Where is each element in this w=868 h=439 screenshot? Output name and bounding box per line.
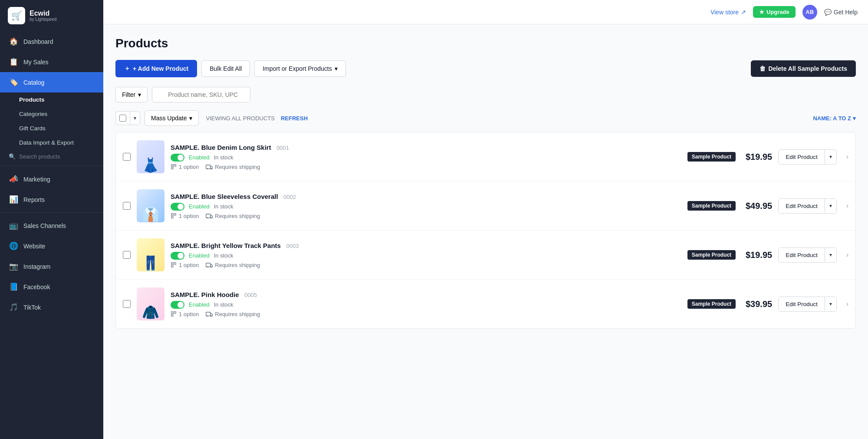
main-panel: View store ↗ ★ Upgrade AB 💬 Get Help Pro… xyxy=(103,0,868,439)
edit-button-group-2: Edit Product ▾ xyxy=(778,248,837,263)
checkbox-dropdown[interactable]: ▾ xyxy=(130,112,140,125)
upgrade-button[interactable]: ★ Upgrade xyxy=(753,6,796,18)
product-shipping-3: Requires shipping xyxy=(206,311,260,317)
sidebar-item-instagram[interactable]: 📷 Instagram xyxy=(0,256,103,277)
edit-product-button-2[interactable]: Edit Product xyxy=(779,248,825,262)
enabled-toggle-1[interactable] xyxy=(171,203,184,211)
svg-rect-9 xyxy=(206,214,210,218)
sidebar-item-sales-channels[interactable]: 📺 Sales Channels xyxy=(0,215,103,236)
table-row[interactable]: 🧥 SAMPLE. Pink Hoodie 0005 Enabled In st… xyxy=(116,280,855,328)
product-status-row-3: Enabled In stock xyxy=(171,301,681,309)
svg-rect-6 xyxy=(171,214,173,215)
bulk-edit-label: Bulk Edit All xyxy=(210,65,242,72)
sidebar-item-reports[interactable]: 📊 Reports xyxy=(0,189,103,210)
sidebar-item-label: Dashboard xyxy=(23,38,53,45)
edit-button-group-0: Edit Product ▾ xyxy=(778,149,837,165)
view-store-link[interactable]: View store ↗ xyxy=(710,9,746,16)
sidebar-sub-products[interactable]: Products xyxy=(0,92,103,107)
enabled-toggle-0[interactable] xyxy=(171,154,184,162)
table-row[interactable]: 👖 SAMPLE. Bright Yellow Track Pants 0003… xyxy=(116,231,855,280)
sidebar-item-label: TikTok xyxy=(23,304,41,311)
bulk-edit-all-button[interactable]: Bulk Edit All xyxy=(201,60,250,77)
avatar[interactable]: AB xyxy=(802,5,817,20)
table-row[interactable]: 👔 SAMPLE. Blue Sleeveless Coverall 0002 … xyxy=(116,182,855,231)
sidebar-sub-categories[interactable]: Categories xyxy=(0,107,103,121)
edit-product-button-1[interactable]: Edit Product xyxy=(779,199,825,213)
edit-product-dropdown-3[interactable]: ▾ xyxy=(825,297,836,311)
product-info-2: SAMPLE. Bright Yellow Track Pants 0003 E… xyxy=(171,242,681,268)
svg-rect-15 xyxy=(206,263,210,267)
mass-update-button[interactable]: Mass Update ▾ xyxy=(145,110,199,126)
edit-product-dropdown-0[interactable]: ▾ xyxy=(825,150,836,164)
product-checkbox-2[interactable] xyxy=(123,251,131,259)
sort-button[interactable]: NAME: A TO Z ▾ xyxy=(813,115,856,122)
delete-sample-products-button[interactable]: 🗑 Delete All Sample Products xyxy=(751,60,856,77)
edit-product-dropdown-2[interactable]: ▾ xyxy=(825,248,836,262)
sidebar-item-website[interactable]: 🌐 Website xyxy=(0,236,103,256)
search-icon: 🔍 xyxy=(9,153,16,160)
svg-rect-2 xyxy=(171,167,173,169)
product-status-row-1: Enabled In stock xyxy=(171,203,681,211)
filter-button[interactable]: Filter ▾ xyxy=(115,87,148,102)
product-checkbox-1[interactable] xyxy=(123,202,131,210)
sidebar-sub-data-import[interactable]: Data Import & Export xyxy=(0,135,103,150)
chat-icon: 💬 xyxy=(824,9,832,16)
page-title: Products xyxy=(115,36,856,50)
filter-chevron-icon: ▾ xyxy=(138,91,141,98)
sidebar-item-label: Instagram xyxy=(23,263,50,270)
refresh-link[interactable]: REFRESH xyxy=(281,115,308,122)
product-stock-0: In stock xyxy=(214,154,233,161)
svg-rect-1 xyxy=(174,165,176,166)
product-meta-0: 1 option Requires shipping xyxy=(171,164,681,170)
sidebar-item-dashboard[interactable]: 🏠 Dashboard xyxy=(0,31,103,52)
sort-chevron-icon: ▾ xyxy=(853,115,856,122)
svg-rect-8 xyxy=(171,216,173,218)
product-stock-3: In stock xyxy=(214,301,233,308)
edit-product-button-0[interactable]: Edit Product xyxy=(779,150,825,164)
table-row[interactable]: 👗 SAMPLE. Blue Denim Long Skirt 0001 Ena… xyxy=(116,132,855,182)
sidebar-item-catalog[interactable]: 🏷️ Catalog xyxy=(0,72,103,92)
get-help-button[interactable]: 💬 Get Help xyxy=(824,9,858,16)
product-checkbox-0[interactable] xyxy=(123,153,131,161)
viewing-all-label: VIEWING ALL PRODUCTS xyxy=(206,115,274,122)
toolbar: ＋ + Add New Product Bulk Edit All Import… xyxy=(115,60,856,77)
sidebar-sub-gift-cards[interactable]: Gift Cards xyxy=(0,121,103,135)
import-export-label: Import or Export Products xyxy=(263,65,332,72)
delete-sample-label: Delete All Sample Products xyxy=(768,65,847,72)
select-all-checkbox[interactable] xyxy=(119,115,126,122)
product-info-0: SAMPLE. Blue Denim Long Skirt 0001 Enabl… xyxy=(171,144,681,170)
row-chevron-3: › xyxy=(846,300,848,308)
search-products-input[interactable] xyxy=(19,153,95,160)
sidebar: 🛒 Ecwid by Lightspeed 🏠 Dashboard 📋 My S… xyxy=(0,0,103,439)
sidebar-item-tiktok[interactable]: 🎵 TikTok xyxy=(0,297,103,317)
svg-rect-7 xyxy=(174,214,176,215)
enabled-toggle-3[interactable] xyxy=(171,301,184,309)
product-search-input[interactable] xyxy=(152,87,250,102)
edit-product-button-3[interactable]: Edit Product xyxy=(779,297,825,311)
edit-product-dropdown-1[interactable]: ▾ xyxy=(825,199,836,213)
enabled-toggle-2[interactable] xyxy=(171,252,184,260)
topbar: View store ↗ ★ Upgrade AB 💬 Get Help xyxy=(103,0,868,24)
svg-rect-12 xyxy=(171,263,173,264)
edit-button-group-1: Edit Product ▾ xyxy=(778,198,837,214)
import-export-button[interactable]: Import or Export Products ▾ xyxy=(254,60,346,77)
search-products[interactable]: 🔍 xyxy=(0,150,103,163)
add-new-product-button[interactable]: ＋ + Add New Product xyxy=(115,60,197,77)
product-stock-1: In stock xyxy=(214,203,233,210)
row-chevron-0: › xyxy=(846,153,848,161)
facebook-icon: 📘 xyxy=(9,282,18,291)
sidebar-item-my-sales[interactable]: 📋 My Sales xyxy=(0,52,103,72)
sidebar-item-marketing[interactable]: 📣 Marketing xyxy=(0,169,103,189)
sidebar-item-label: Reports xyxy=(23,196,45,203)
product-checkbox-3[interactable] xyxy=(123,300,131,308)
sort-label: NAME: A TO Z xyxy=(813,115,851,122)
svg-rect-3 xyxy=(206,165,210,169)
my-sales-icon: 📋 xyxy=(9,57,18,66)
product-meta-1: 1 option Requires shipping xyxy=(171,213,681,219)
product-status-0: Enabled xyxy=(189,154,210,161)
logo: 🛒 Ecwid by Lightspeed xyxy=(0,0,103,31)
product-image-3: 🧥 xyxy=(137,287,164,320)
catalog-icon: 🏷️ xyxy=(9,78,18,87)
sidebar-item-facebook[interactable]: 📘 Facebook xyxy=(0,277,103,297)
sidebar-item-label: Catalog xyxy=(23,79,44,86)
